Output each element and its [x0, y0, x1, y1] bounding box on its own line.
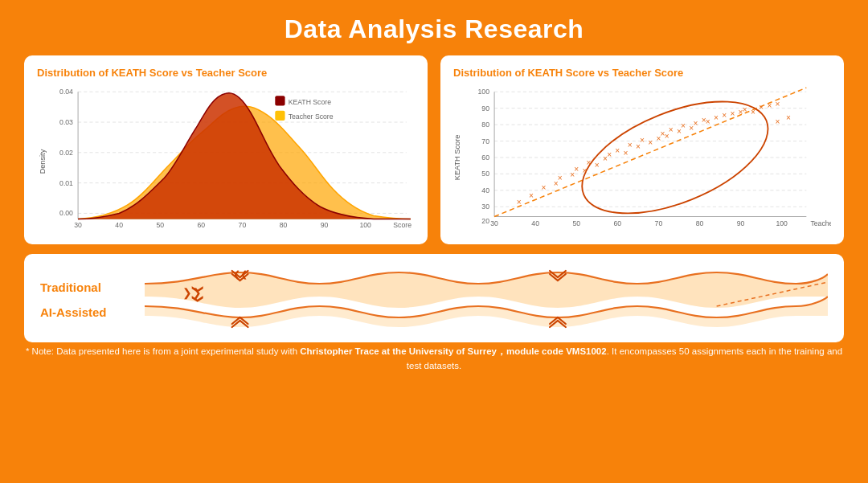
svg-text:70: 70 [481, 137, 489, 145]
svg-text:×: × [607, 150, 612, 159]
svg-text:20: 20 [481, 217, 489, 225]
density-chart-card: Distribution of KEATH Score vs Teacher S… [24, 55, 428, 244]
scatter-chart-title: Distribution of KEATH Score vs Teacher S… [453, 67, 831, 79]
svg-text:80: 80 [696, 219, 704, 227]
svg-text:40: 40 [115, 221, 123, 229]
charts-row: Distribution of KEATH Score vs Teacher S… [24, 55, 844, 244]
label-traditional: Traditional [40, 280, 129, 294]
svg-text:Teacher Score: Teacher Score [289, 113, 334, 121]
svg-text:×: × [776, 100, 780, 108]
svg-text:0.00: 0.00 [59, 209, 73, 217]
svg-text:60: 60 [198, 221, 206, 229]
footnote-text: * Note: Data presented here is from a jo… [26, 346, 842, 370]
svg-text:KEATH Score: KEATH Score [289, 98, 332, 106]
svg-text:100: 100 [776, 219, 788, 227]
svg-text:0.03: 0.03 [59, 118, 73, 126]
wave-chart: ❯❯ ❯❯ ❮❮ [145, 266, 828, 334]
svg-rect-22 [275, 96, 285, 105]
svg-text:×: × [582, 166, 587, 175]
svg-text:×: × [628, 141, 633, 149]
svg-text:×: × [574, 165, 579, 174]
svg-text:×: × [714, 113, 719, 122]
svg-text:0.02: 0.02 [59, 149, 73, 157]
svg-text:90: 90 [321, 221, 329, 229]
wave-card: Traditional AI-Assisted ❯❯ ❯❯ ❮❮ [24, 254, 844, 342]
svg-text:×: × [624, 149, 628, 158]
svg-text:50: 50 [156, 221, 164, 229]
svg-text:×: × [648, 138, 653, 147]
svg-text:40: 40 [481, 186, 489, 194]
svg-text:80: 80 [481, 121, 489, 129]
svg-text:×: × [640, 136, 645, 145]
svg-text:×: × [681, 121, 686, 130]
svg-text:×: × [767, 101, 772, 110]
svg-text:50: 50 [481, 170, 489, 178]
svg-text:30: 30 [481, 203, 489, 211]
scatter-chart-svg: 100 90 80 70 60 50 40 30 20 KEATH Score … [453, 84, 831, 247]
svg-text:×: × [669, 125, 674, 134]
footnote: * Note: Data presented here is from a jo… [24, 344, 844, 374]
svg-text:×: × [786, 113, 791, 122]
svg-text:×: × [751, 108, 755, 117]
label-ai: AI-Assisted [40, 305, 129, 319]
svg-text:80: 80 [280, 221, 288, 229]
svg-text:50: 50 [572, 219, 580, 227]
svg-text:100: 100 [359, 221, 371, 229]
density-chart-title: Distribution of KEATH Score vs Teacher S… [37, 67, 415, 79]
svg-text:×: × [776, 117, 780, 126]
svg-text:90: 90 [481, 104, 489, 113]
svg-text:×: × [541, 183, 546, 192]
wave-labels: Traditional AI-Assisted [40, 280, 129, 319]
svg-text:60: 60 [481, 153, 489, 162]
svg-text:Teacher Score: Teacher Score [810, 219, 831, 227]
svg-text:×: × [759, 103, 764, 112]
svg-text:0.01: 0.01 [59, 179, 73, 187]
svg-text:30: 30 [490, 219, 498, 227]
density-chart-svg: 0.04 0.03 0.02 0.01 0.00 Density 30 40 5… [37, 84, 415, 243]
scatter-chart-inner: 100 90 80 70 60 50 40 30 20 KEATH Score … [453, 84, 831, 236]
svg-text:90: 90 [737, 219, 745, 227]
svg-text:×: × [558, 174, 563, 182]
svg-text:×: × [706, 117, 710, 126]
svg-text:100: 100 [477, 88, 489, 96]
svg-text:Density: Density [39, 149, 47, 174]
svg-text:0.04: 0.04 [59, 88, 73, 96]
svg-text:40: 40 [531, 219, 539, 227]
svg-point-56 [567, 84, 783, 236]
svg-text:60: 60 [614, 219, 622, 227]
svg-text:Score: Score [393, 221, 411, 229]
svg-text:KEATH Score: KEATH Score [453, 135, 461, 181]
svg-text:70: 70 [655, 219, 663, 227]
density-chart-inner: 0.04 0.03 0.02 0.01 0.00 Density 30 40 5… [37, 84, 415, 236]
svg-text:×: × [693, 119, 698, 128]
svg-text:×: × [743, 105, 747, 114]
svg-text:30: 30 [74, 221, 82, 229]
svg-text:×: × [722, 111, 727, 120]
svg-text:×: × [615, 146, 620, 155]
svg-text:×: × [517, 198, 522, 207]
svg-text:×: × [587, 158, 592, 167]
svg-rect-24 [275, 111, 285, 121]
svg-text:70: 70 [239, 221, 247, 229]
svg-text:×: × [595, 161, 600, 170]
page-title: Data Analysis Research [285, 14, 584, 44]
svg-text:×: × [529, 191, 534, 200]
scatter-chart-card: Distribution of KEATH Score vs Teacher S… [440, 55, 844, 244]
svg-text:×: × [730, 109, 735, 118]
svg-text:❯❯: ❯❯ [191, 284, 205, 303]
